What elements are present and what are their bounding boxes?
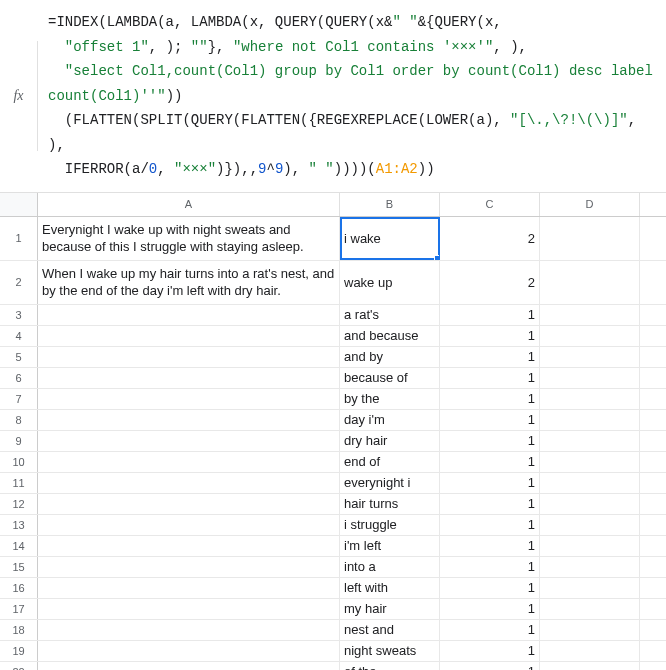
cell-D15[interactable]	[540, 557, 640, 577]
row-header[interactable]: 12	[0, 494, 38, 514]
cell-D5[interactable]	[540, 347, 640, 367]
cell-B6[interactable]: because of	[340, 368, 440, 388]
cell-C6[interactable]: 1	[440, 368, 540, 388]
cell-D4[interactable]	[540, 326, 640, 346]
row-header[interactable]: 2	[0, 261, 38, 304]
cell-A13[interactable]	[38, 515, 340, 535]
row-header[interactable]: 1	[0, 217, 38, 260]
cell-A12[interactable]	[38, 494, 340, 514]
row-header[interactable]: 15	[0, 557, 38, 577]
cell-A8[interactable]	[38, 410, 340, 430]
cell-D1[interactable]	[540, 217, 640, 260]
cell-C8[interactable]: 1	[440, 410, 540, 430]
cell-D12[interactable]	[540, 494, 640, 514]
select-all-corner[interactable]	[0, 193, 38, 216]
cell-B9[interactable]: dry hair	[340, 431, 440, 451]
cell-B3[interactable]: a rat's	[340, 305, 440, 325]
cell-B2[interactable]: wake up	[340, 261, 440, 304]
cell-A16[interactable]	[38, 578, 340, 598]
cell-C5[interactable]: 1	[440, 347, 540, 367]
cell-D6[interactable]	[540, 368, 640, 388]
cell-D9[interactable]	[540, 431, 640, 451]
cell-C19[interactable]: 1	[440, 641, 540, 661]
cell-A1[interactable]: Everynight I wake up with night sweats a…	[38, 217, 340, 260]
cell-B11[interactable]: everynight i	[340, 473, 440, 493]
row-header[interactable]: 6	[0, 368, 38, 388]
cell-C4[interactable]: 1	[440, 326, 540, 346]
cell-A4[interactable]	[38, 326, 340, 346]
cell-B16[interactable]: left with	[340, 578, 440, 598]
cell-A14[interactable]	[38, 536, 340, 556]
row-header[interactable]: 8	[0, 410, 38, 430]
cell-A7[interactable]	[38, 389, 340, 409]
column-header-D[interactable]: D	[540, 193, 640, 216]
cell-B20[interactable]: of the	[340, 662, 440, 670]
cell-C9[interactable]: 1	[440, 431, 540, 451]
cell-C3[interactable]: 1	[440, 305, 540, 325]
cell-D2[interactable]	[540, 261, 640, 304]
cell-D13[interactable]	[540, 515, 640, 535]
cell-D17[interactable]	[540, 599, 640, 619]
row-header[interactable]: 10	[0, 452, 38, 472]
cell-B13[interactable]: i struggle	[340, 515, 440, 535]
cell-C20[interactable]: 1	[440, 662, 540, 670]
row-header[interactable]: 14	[0, 536, 38, 556]
cell-A5[interactable]	[38, 347, 340, 367]
cell-A18[interactable]	[38, 620, 340, 640]
cell-A6[interactable]	[38, 368, 340, 388]
cell-B7[interactable]: by the	[340, 389, 440, 409]
cell-D14[interactable]	[540, 536, 640, 556]
row-header[interactable]: 20	[0, 662, 38, 670]
cell-C12[interactable]: 1	[440, 494, 540, 514]
row-header[interactable]: 7	[0, 389, 38, 409]
cell-B19[interactable]: night sweats	[340, 641, 440, 661]
cell-D19[interactable]	[540, 641, 640, 661]
cell-A20[interactable]	[38, 662, 340, 670]
cell-B15[interactable]: into a	[340, 557, 440, 577]
cell-D18[interactable]	[540, 620, 640, 640]
cell-B12[interactable]: hair turns	[340, 494, 440, 514]
cell-D10[interactable]	[540, 452, 640, 472]
row-header[interactable]: 17	[0, 599, 38, 619]
cell-B14[interactable]: i'm left	[340, 536, 440, 556]
cell-A11[interactable]	[38, 473, 340, 493]
row-header[interactable]: 13	[0, 515, 38, 535]
column-header-C[interactable]: C	[440, 193, 540, 216]
row-header[interactable]: 16	[0, 578, 38, 598]
cell-A10[interactable]	[38, 452, 340, 472]
cell-A19[interactable]	[38, 641, 340, 661]
cell-A9[interactable]	[38, 431, 340, 451]
cell-B4[interactable]: and because	[340, 326, 440, 346]
cell-D8[interactable]	[540, 410, 640, 430]
cell-A15[interactable]	[38, 557, 340, 577]
cell-C10[interactable]: 1	[440, 452, 540, 472]
column-header-A[interactable]: A	[38, 193, 340, 216]
cell-C11[interactable]: 1	[440, 473, 540, 493]
cell-B10[interactable]: end of	[340, 452, 440, 472]
cell-A3[interactable]	[38, 305, 340, 325]
cell-D3[interactable]	[540, 305, 640, 325]
cell-A2[interactable]: When I wake up my hair turns into a rat'…	[38, 261, 340, 304]
cell-C2[interactable]: 2	[440, 261, 540, 304]
cell-B5[interactable]: and by	[340, 347, 440, 367]
cell-D16[interactable]	[540, 578, 640, 598]
cell-C14[interactable]: 1	[440, 536, 540, 556]
cell-C13[interactable]: 1	[440, 515, 540, 535]
cell-B18[interactable]: nest and	[340, 620, 440, 640]
cell-C1[interactable]: 2	[440, 217, 540, 260]
cell-B8[interactable]: day i'm	[340, 410, 440, 430]
cell-C18[interactable]: 1	[440, 620, 540, 640]
row-header[interactable]: 4	[0, 326, 38, 346]
column-header-B[interactable]: B	[340, 193, 440, 216]
cell-C17[interactable]: 1	[440, 599, 540, 619]
cell-C15[interactable]: 1	[440, 557, 540, 577]
cell-B1[interactable]: i wake	[340, 217, 440, 260]
cell-C16[interactable]: 1	[440, 578, 540, 598]
row-header[interactable]: 18	[0, 620, 38, 640]
cell-A17[interactable]	[38, 599, 340, 619]
formula-input[interactable]: =INDEX(LAMBDA(a, LAMBDA(x, QUERY(QUERY(x…	[38, 6, 666, 186]
row-header[interactable]: 11	[0, 473, 38, 493]
cell-C7[interactable]: 1	[440, 389, 540, 409]
row-header[interactable]: 5	[0, 347, 38, 367]
cell-D20[interactable]	[540, 662, 640, 670]
